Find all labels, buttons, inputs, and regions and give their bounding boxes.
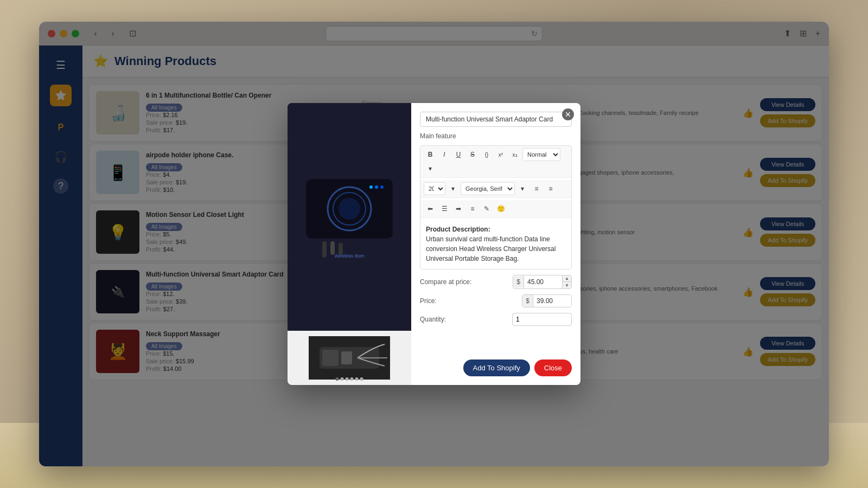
subscript-button[interactable]: x₂ — [508, 148, 521, 161]
svg-rect-5 — [322, 241, 327, 258]
underline-button[interactable]: U — [452, 148, 465, 161]
compare-price-row: Compare at price: $ ▲ ▼ — [420, 275, 572, 289]
modal-add-to-shopify-button[interactable]: Add To Shopify — [463, 359, 530, 376]
align-center-button[interactable]: ☰ — [438, 202, 451, 215]
price-input[interactable] — [533, 295, 571, 307]
emoji-button[interactable]: 🙂 — [494, 202, 507, 215]
font-dropdown[interactable]: ▾ — [516, 182, 529, 195]
product-modal: ✕ — [288, 103, 580, 385]
compare-price-input[interactable] — [524, 276, 562, 288]
quantity-label: Quantity: — [420, 316, 474, 323]
font-size-select[interactable]: 20 12 14 16 18 24 — [424, 182, 445, 195]
price-currency: $ — [522, 295, 533, 307]
code-button[interactable]: {} — [480, 148, 493, 161]
modal-overlay: ✕ — [39, 22, 829, 466]
description-title: Product Description: — [426, 226, 490, 233]
align-left-button[interactable]: ⬅ — [424, 202, 437, 215]
svg-rect-15 — [341, 351, 352, 364]
strikethrough-button[interactable]: S — [466, 148, 479, 161]
dot-6[interactable] — [360, 377, 363, 381]
dot-4[interactable] — [350, 377, 354, 381]
compare-price-input-group: $ ▲ ▼ — [513, 275, 572, 289]
svg-point-4 — [339, 198, 360, 220]
ordered-list-button[interactable]: ≡ — [544, 182, 557, 195]
editor-toolbar: B I U S {} x² x₂ Normal Heading 1 Headin… — [420, 145, 572, 269]
mac-window: ‹ › ⊡ ↻ ⬆ ⊞ + ☰ P 🎧 — [39, 22, 829, 466]
price-down-button[interactable]: ▼ — [563, 282, 571, 288]
svg-text:Wireless dum: Wireless dum — [335, 253, 365, 259]
modal-image-panel: Wireless dum — [288, 103, 411, 385]
quantity-row: Quantity: — [420, 313, 572, 326]
main-feature-label: Main feature — [420, 132, 572, 140]
price-spinner: ▲ ▼ — [562, 275, 571, 288]
justify-button[interactable]: ≡ — [466, 202, 479, 215]
svg-point-11 — [380, 185, 384, 189]
modal-close-button[interactable]: Close — [534, 359, 572, 376]
modal-close-x-button[interactable]: ✕ — [562, 108, 574, 120]
compare-price-label: Compare at price: — [420, 278, 474, 286]
superscript-button[interactable]: x² — [494, 148, 507, 161]
unordered-list-button[interactable]: ≡ — [530, 182, 543, 195]
modal-body: Wireless dum — [288, 103, 580, 385]
quantity-input[interactable] — [512, 313, 572, 326]
dot-5[interactable] — [355, 377, 359, 381]
modal-form: Main feature B I U S {} x² x₂ Norma — [411, 103, 580, 385]
price-input-group: $ — [522, 294, 572, 307]
price-up-button[interactable]: ▲ — [563, 275, 571, 282]
modal-main-image: Wireless dum — [288, 103, 411, 331]
highlight-button[interactable]: ✎ — [480, 202, 493, 215]
product-title-input[interactable] — [420, 112, 572, 127]
editor-content[interactable]: Product Description: Urban survival card… — [420, 220, 571, 269]
dot-1[interactable] — [336, 377, 339, 381]
thumbnail-dots — [336, 377, 363, 381]
style-dropdown-button[interactable]: ▾ — [424, 162, 437, 175]
toolbar-row-3: ⬅ ☰ ➡ ≡ ✎ 🙂 — [420, 200, 571, 218]
compare-price-currency: $ — [513, 276, 524, 288]
bold-button[interactable]: B — [424, 148, 437, 161]
modal-footer-buttons: Add To Shopify Close — [420, 354, 572, 376]
svg-point-10 — [375, 185, 378, 189]
price-row: Price: $ — [420, 294, 572, 307]
dot-3[interactable] — [346, 377, 349, 381]
svg-point-9 — [369, 185, 373, 189]
font-family-select[interactable]: Georgia, Serif Arial Times New Roman — [461, 182, 515, 195]
modal-thumbnail-strip — [288, 331, 411, 385]
dot-2[interactable] — [341, 377, 344, 381]
svg-rect-14 — [322, 350, 339, 366]
price-label: Price: — [420, 297, 474, 305]
toolbar-row-1: B I U S {} x² x₂ Normal Heading 1 Headin… — [420, 146, 571, 178]
align-right-button[interactable]: ➡ — [452, 202, 465, 215]
description-body: Urban survival card multi-function Data … — [426, 235, 556, 262]
italic-button[interactable]: I — [438, 148, 451, 161]
font-size-dropdown[interactable]: ▾ — [446, 182, 459, 195]
toolbar-row-2: 20 12 14 16 18 24 ▾ Georgia, Serif Arial — [420, 180, 571, 198]
text-style-select[interactable]: Normal Heading 1 Heading 2 — [522, 148, 560, 161]
